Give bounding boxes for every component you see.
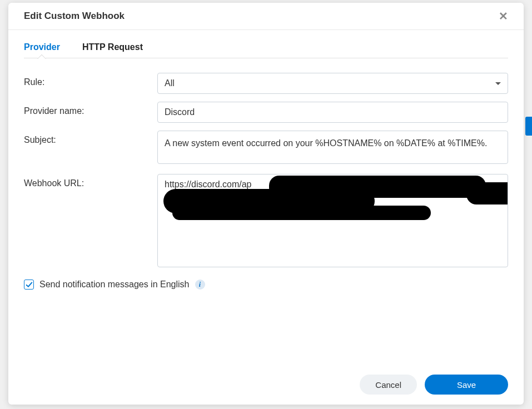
page-accent-strip <box>525 117 532 136</box>
row-webhook-url: Webhook URL: https://discord.com/ap <box>24 174 508 267</box>
tab-provider[interactable]: Provider <box>24 41 60 58</box>
subject-label: Subject: <box>24 131 157 145</box>
dialog-header: Edit Custom Webhook ✕ <box>8 3 524 30</box>
provider-name-label: Provider name: <box>24 102 157 116</box>
dialog-footer: Cancel Save <box>8 367 524 405</box>
provider-name-input[interactable] <box>157 102 508 123</box>
webhook-url-visible-text: https://discord.com/ap <box>165 179 252 189</box>
rule-select-value: All <box>165 78 175 88</box>
webhook-url-input[interactable]: https://discord.com/ap <box>157 174 508 267</box>
info-icon[interactable]: i <box>195 280 205 290</box>
edit-webhook-dialog: Edit Custom Webhook ✕ Provider HTTP Requ… <box>8 3 524 405</box>
row-rule: Rule: All <box>24 73 508 94</box>
check-icon <box>26 281 33 288</box>
english-checkbox-label: Send notification messages in English <box>39 280 190 290</box>
row-english-checkbox: Send notification messages in English i <box>24 280 508 290</box>
save-button[interactable]: Save <box>425 375 508 395</box>
english-checkbox[interactable] <box>24 280 34 290</box>
webhook-url-label: Webhook URL: <box>24 174 157 188</box>
tab-http-request[interactable]: HTTP Request <box>82 41 143 58</box>
row-subject: Subject: <box>24 131 508 166</box>
rule-label: Rule: <box>24 73 157 87</box>
redaction-mark <box>172 206 431 220</box>
chevron-down-icon <box>495 82 501 85</box>
row-provider-name: Provider name: <box>24 102 508 123</box>
rule-select[interactable]: All <box>157 73 508 94</box>
close-icon[interactable]: ✕ <box>499 11 508 22</box>
tabs: Provider HTTP Request <box>24 41 508 58</box>
redaction-mark <box>466 182 508 205</box>
dialog-title: Edit Custom Webhook <box>24 11 125 22</box>
dialog-body: Provider HTTP Request Rule: All Provider… <box>8 30 524 367</box>
subject-input[interactable] <box>157 131 508 164</box>
cancel-button[interactable]: Cancel <box>360 375 417 395</box>
